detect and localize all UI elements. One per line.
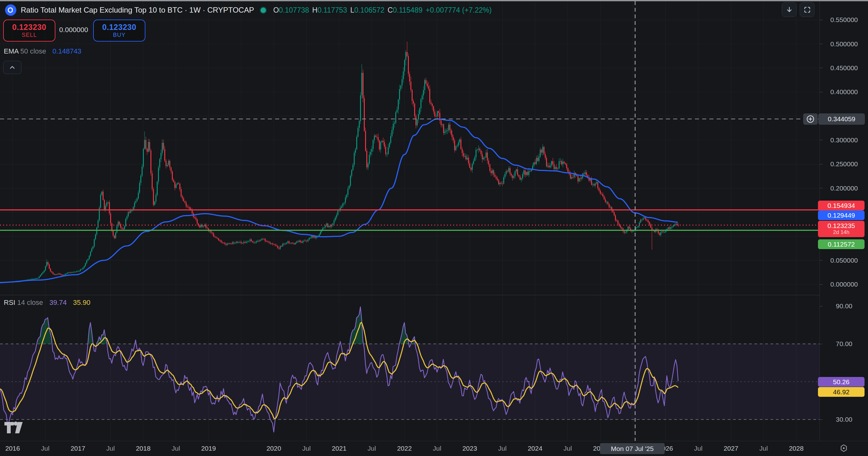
price-axis-tick — [820, 92, 823, 92]
buy-price: 0.123230 — [102, 23, 136, 32]
rsi-ma-value: 35.90 — [73, 298, 90, 306]
arrow-down-icon — [785, 6, 793, 13]
time-axis-label: Jul — [292, 444, 321, 453]
rsi-badge: 50.26 — [818, 377, 865, 387]
chart-canvas[interactable] — [0, 0, 868, 456]
rsi-axis-label: 70.00 — [820, 340, 868, 348]
time-axis-label: Jul — [96, 444, 125, 453]
load-data-button[interactable] — [782, 2, 797, 17]
crosshair-price-badge: 0.344059 — [818, 113, 865, 125]
rsi-params: 14 close — [17, 298, 43, 306]
add-order-button[interactable] — [803, 113, 818, 125]
buy-label: BUY — [113, 32, 126, 38]
price-axis-tick — [820, 164, 823, 164]
cryptocap-glyph — [7, 6, 14, 14]
ema-value: 0.148743 — [53, 47, 82, 55]
market-status-icon[interactable] — [260, 7, 267, 14]
ohlc-readout: O0.107738H0.117753L0.106572C0.115489+0.0… — [273, 6, 495, 15]
price-axis-tick — [820, 188, 823, 188]
time-axis-label: Jul — [162, 444, 190, 453]
chevron-up-icon — [9, 64, 16, 71]
resistance-line-badge: 0.154934 — [818, 201, 865, 210]
price-axis[interactable]: 0.5500000.5000000.4500000.4000000.300000… — [819, 1, 868, 441]
rsi-axis-label: 30.00 — [820, 415, 868, 424]
time-axis-label: Jul — [749, 444, 778, 453]
price-axis-label: 0.200000 — [820, 184, 868, 193]
rsi-value: 39.74 — [50, 298, 67, 306]
tradingview-logo[interactable] — [4, 421, 25, 436]
low-value: 0.106572 — [354, 6, 384, 14]
price-axis-tick — [820, 284, 823, 285]
symbol-header: Ratio Total Market Cap Excluding Top 10 … — [5, 4, 495, 17]
collapse-legend-button[interactable] — [3, 61, 22, 74]
sell-price: 0.123230 — [12, 23, 46, 32]
time-axis-label: 2018 — [129, 444, 157, 453]
time-axis-label: 2023 — [456, 444, 484, 453]
support-line-badge: 0.112572 — [818, 239, 865, 249]
price-axis-label: 0.550000 — [820, 16, 868, 24]
spread-value: 0.000000 — [54, 20, 93, 40]
change-value: +0.007774 (+7.22%) — [426, 6, 492, 14]
fullscreen-button[interactable] — [800, 2, 814, 17]
ema-name: EMA — [4, 47, 18, 55]
time-axis-label: 2019 — [194, 444, 223, 453]
sell-label: SELL — [22, 32, 37, 38]
high-value: 0.117753 — [317, 6, 347, 14]
last-price-badge: 0.1232352d 14h — [818, 221, 865, 237]
time-axis-label: 2027 — [717, 444, 745, 453]
time-axis-label: 2017 — [64, 444, 92, 453]
price-axis-label: 0.250000 — [820, 160, 868, 169]
time-axis[interactable]: Mon 07 Jul '25 2016Jul2017Jul2018Jul2019… — [0, 441, 868, 456]
price-axis-label: 0.500000 — [820, 40, 868, 49]
rsi-axis-label: 90.00 — [820, 302, 868, 311]
time-axis-label: Jul — [31, 444, 60, 453]
price-axis-tick — [820, 260, 823, 260]
time-axis-label: 2024 — [521, 444, 549, 453]
time-axis-label: 2016 — [0, 444, 27, 453]
open-label: O — [273, 6, 279, 14]
rsi-axis-tick — [820, 344, 823, 344]
time-axis-label: Jul — [488, 444, 517, 453]
open-value: 0.107738 — [279, 6, 309, 14]
price-axis-label: 0.050000 — [820, 256, 868, 265]
window-top-edge — [0, 0, 868, 1]
plus-circle-icon — [806, 115, 815, 123]
tradingview-chart-window: Ratio Total Market Cap Excluding Top 10 … — [0, 0, 868, 456]
time-axis-label: Jul — [554, 444, 582, 453]
price-axis-label: 0.450000 — [820, 64, 868, 73]
time-axis-label: 2022 — [390, 444, 418, 453]
price-axis-label: 0.000000 — [820, 280, 868, 289]
ema-params: 50 close — [21, 47, 46, 55]
rsi-axis-tick — [820, 420, 823, 420]
session-hexagon-icon — [840, 444, 848, 452]
time-axis-label: Jul — [358, 444, 386, 453]
fullscreen-icon — [804, 6, 811, 13]
close-label: C — [388, 6, 393, 14]
ema-value-badge: 0.129449 — [818, 210, 865, 220]
price-axis-tick — [820, 44, 823, 44]
symbol-logo-icon[interactable] — [5, 4, 17, 16]
price-axis-tick — [820, 68, 823, 68]
time-axis-label: 2021 — [325, 444, 353, 453]
symbol-title[interactable]: Ratio Total Market Cap Excluding Top 10 … — [21, 6, 254, 15]
time-axis-label: 2020 — [260, 444, 288, 453]
ema-indicator-legend[interactable]: EMA 50 close 0.148743 — [4, 47, 81, 55]
buy-button[interactable]: 0.123230 BUY — [93, 20, 146, 41]
high-label: H — [312, 6, 317, 14]
time-axis-label: Jul — [684, 444, 713, 453]
price-axis-label: 0.300000 — [820, 136, 868, 145]
sell-button[interactable]: 0.123230 SELL — [3, 20, 55, 41]
rsi-badge: 46.92 — [818, 387, 865, 397]
crosshair-date-badge: Mon 07 Jul '25 — [600, 443, 665, 454]
price-axis-label: 0.400000 — [820, 88, 868, 96]
low-label: L — [350, 6, 354, 14]
rsi-name: RSI — [4, 298, 16, 306]
close-value: 0.115489 — [393, 6, 422, 14]
time-axis-label: 2028 — [782, 444, 810, 453]
time-axis-label: Jul — [423, 444, 451, 453]
price-axis-tick — [820, 20, 823, 20]
rsi-indicator-legend[interactable]: RSI 14 close 39.74 35.90 — [4, 298, 90, 307]
time-axis-settings-button[interactable] — [840, 444, 848, 454]
